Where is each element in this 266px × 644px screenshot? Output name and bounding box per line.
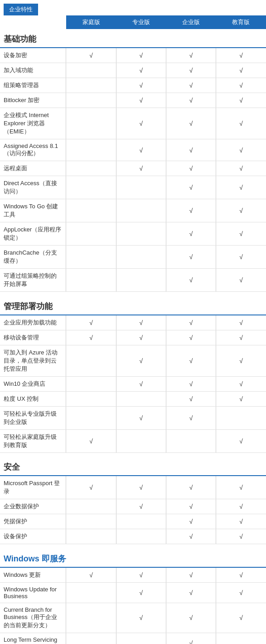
- check-cell-home: [66, 345, 116, 376]
- table-row: Microsoft Passport 登录√√√√: [0, 476, 266, 499]
- table-row: BranchCache（分支缓存）√√: [0, 246, 266, 269]
- table-row: 远程桌面√√√: [0, 161, 266, 176]
- check-cell-home: [66, 222, 116, 246]
- feature-name-cell: 远程桌面: [0, 161, 66, 176]
- check-cell-edu: [216, 633, 266, 644]
- check-cell-pro: [116, 529, 166, 544]
- check-cell-home: [66, 376, 116, 391]
- check-cell-enterprise: √: [166, 499, 216, 514]
- check-cell-pro: √: [116, 582, 166, 603]
- check-cell-home: [66, 78, 116, 93]
- check-cell-pro: √: [116, 93, 166, 108]
- check-cell-pro: √: [116, 48, 166, 63]
- check-cell-edu: [216, 406, 266, 429]
- check-cell-enterprise: √: [166, 78, 216, 93]
- check-cell-enterprise: √: [166, 93, 216, 108]
- col-header-feature: [0, 15, 66, 29]
- check-cell-home: [66, 391, 116, 406]
- check-cell-pro: [116, 176, 166, 199]
- check-cell-pro: [116, 633, 166, 644]
- check-cell-edu: √: [216, 139, 266, 161]
- check-cell-pro: [116, 199, 166, 222]
- check-cell-pro: √: [116, 63, 166, 78]
- check-cell-pro: [116, 514, 166, 529]
- check-cell-edu: √: [216, 176, 266, 199]
- check-cell-home: [66, 93, 116, 108]
- check-cell-enterprise: √: [166, 568, 216, 583]
- check-cell-home: [66, 582, 116, 603]
- check-cell-edu: √: [216, 603, 266, 633]
- table-row: 移动设备管理√√√√: [0, 330, 266, 345]
- check-cell-edu: √: [216, 429, 266, 452]
- check-cell-pro: √: [116, 345, 166, 376]
- check-cell-home: [66, 514, 116, 529]
- table-row: 组策略管理器√√√: [0, 78, 266, 93]
- check-cell-pro: [116, 391, 166, 406]
- feature-name-cell: Windows 更新: [0, 568, 66, 583]
- check-cell-edu: √: [216, 476, 266, 499]
- check-cell-enterprise: √: [166, 48, 216, 63]
- check-cell-home: [66, 633, 116, 644]
- table-row: 粒度 UX 控制√√: [0, 391, 266, 406]
- check-cell-pro: √: [116, 108, 166, 139]
- enterprise-badge: 企业特性: [4, 4, 38, 15]
- check-cell-home: √: [66, 476, 116, 499]
- section-title-management: 管理部署功能: [0, 296, 266, 315]
- check-cell-pro: [116, 269, 166, 292]
- col-header-edu: 教育版: [216, 15, 266, 29]
- section-header-cell-basic: 基础功能: [0, 29, 266, 48]
- check-cell-enterprise: √: [166, 376, 216, 391]
- check-cell-home: √: [66, 429, 116, 452]
- table-row: 可加入到 Azure 活动目录，单点登录到云托管应用√√√: [0, 345, 266, 376]
- check-cell-home: [66, 269, 116, 292]
- table-row: Current Branch for Business（用于企业的当前更新分支）…: [0, 603, 266, 633]
- check-cell-enterprise: √: [166, 139, 216, 161]
- section-title-windows-service: Windows 即服务: [0, 549, 266, 568]
- feature-name-cell: Win10 企业商店: [0, 376, 66, 391]
- table-row: Win10 企业商店√√√: [0, 376, 266, 391]
- check-cell-enterprise: √: [166, 161, 216, 176]
- check-cell-edu: √: [216, 93, 266, 108]
- feature-name-cell: 可轻松从专业版升级到企业版: [0, 406, 66, 429]
- table-row: Windows To Go 创建工具√√: [0, 199, 266, 222]
- feature-name-cell: Long Term Servicing Branch: [0, 633, 66, 644]
- check-cell-pro: √: [116, 603, 166, 633]
- feature-name-cell: 企业模式 Internet Explorer 浏览器（EMIE）: [0, 108, 66, 139]
- check-cell-enterprise: √: [166, 315, 216, 330]
- feature-name-cell: AppLocker（应用程序锁定）: [0, 222, 66, 246]
- check-cell-home: √: [66, 568, 116, 583]
- check-cell-edu: √: [216, 582, 266, 603]
- section-title-basic: 基础功能: [0, 29, 266, 48]
- check-cell-edu: √: [216, 514, 266, 529]
- check-cell-pro: [116, 429, 166, 452]
- check-cell-enterprise: √: [166, 345, 216, 376]
- check-cell-edu: √: [216, 199, 266, 222]
- check-cell-pro: √: [116, 139, 166, 161]
- spacer-row: [0, 292, 266, 296]
- feature-name-cell: 可通过组策略控制的开始屏幕: [0, 269, 66, 292]
- section-header-cell-windows-service: Windows 即服务: [0, 549, 266, 568]
- feature-name-cell: 加入域功能: [0, 63, 66, 78]
- feature-name-cell: Windows To Go 创建工具: [0, 199, 66, 222]
- check-cell-edu: √: [216, 315, 266, 330]
- table-row: AppLocker（应用程序锁定）√√: [0, 222, 266, 246]
- check-cell-pro: [116, 246, 166, 269]
- check-cell-enterprise: √: [166, 63, 216, 78]
- feature-name-cell: Direct Access（直接访问）: [0, 176, 66, 199]
- check-cell-edu: √: [216, 376, 266, 391]
- check-cell-home: √: [66, 315, 116, 330]
- feature-name-cell: Bitlocker 加密: [0, 93, 66, 108]
- section-header-row-management: 管理部署功能: [0, 296, 266, 315]
- section-header-cell-security: 安全: [0, 457, 266, 476]
- feature-name-cell: Assigned Access 8.1（访问分配）: [0, 139, 66, 161]
- check-cell-enterprise: [166, 429, 216, 452]
- check-cell-enterprise: √: [166, 199, 216, 222]
- check-cell-home: [66, 176, 116, 199]
- check-cell-pro: √: [116, 315, 166, 330]
- check-cell-home: [66, 499, 116, 514]
- spacer-row: [0, 452, 266, 457]
- table-row: 加入域功能√√√: [0, 63, 266, 78]
- feature-table: 家庭版 专业版 企业版 教育版 基础功能设备加密√√√√加入域功能√√√组策略管…: [0, 15, 266, 644]
- feature-name-cell: 可加入到 Azure 活动目录，单点登录到云托管应用: [0, 345, 66, 376]
- table-row: Direct Access（直接访问）√√: [0, 176, 266, 199]
